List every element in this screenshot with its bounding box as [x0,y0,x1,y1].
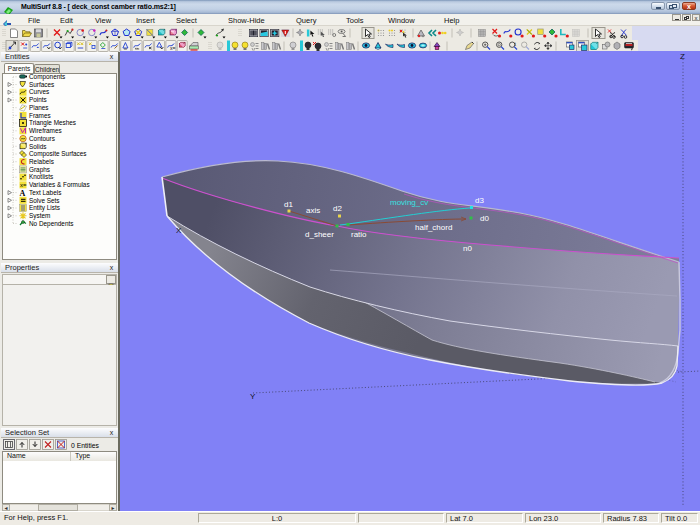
svg-text:No Dependents: No Dependents [29,220,73,228]
svg-text:x=: x= [20,182,27,188]
svg-text:Frames: Frames [29,112,51,119]
svg-text:Surfaces: Surfaces [29,81,54,88]
svg-text:Graphs: Graphs [29,166,50,174]
svg-text:Entity Lists: Entity Lists [29,204,60,212]
svg-text:Curves: Curves [29,88,49,95]
svg-text:Solids: Solids [29,143,46,150]
svg-text:Contours: Contours [29,135,55,142]
svg-text:Knotlists: Knotlists [29,173,53,180]
svg-text:0 Entities: 0 Entities [71,442,100,449]
svg-text:Solve Sets: Solve Sets [29,197,60,204]
svg-text:Points: Points [29,96,47,103]
svg-text:A: A [20,189,26,198]
svg-text:d_sheer: d_sheer [305,230,334,239]
svg-text:d3: d3 [475,196,484,205]
svg-text:Text Labels: Text Labels [29,189,61,196]
svg-text:half_chord: half_chord [415,223,452,232]
svg-text:Variables & Formulas: Variables & Formulas [29,181,90,188]
svg-text:Wireframes: Wireframes [29,127,62,134]
svg-text:Y: Y [250,392,256,401]
svg-text:d1: d1 [284,200,293,209]
svg-text:axis: axis [306,206,320,215]
svg-text:d2: d2 [333,204,342,213]
svg-text:ratio: ratio [351,230,367,239]
svg-text:Planes: Planes [29,104,49,111]
svg-text:d0: d0 [480,214,489,223]
svg-text:X: X [176,226,182,235]
svg-text:t: t [515,41,517,47]
svg-text:moving_cv: moving_cv [390,198,428,207]
svg-text:Relabels: Relabels [29,158,54,165]
svg-text:Z: Z [680,52,685,61]
svg-text:n0: n0 [463,244,472,253]
